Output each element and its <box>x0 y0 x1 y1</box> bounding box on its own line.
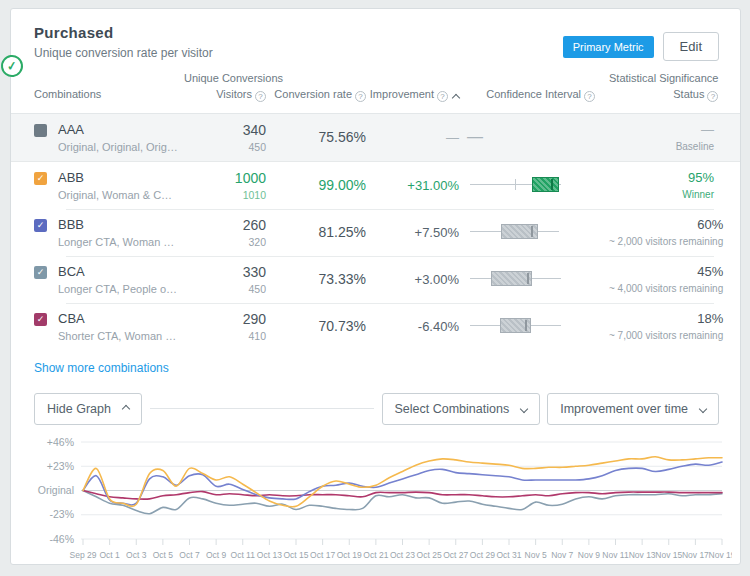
col-confidence-interval: Confidence Interval? <box>459 87 609 103</box>
svg-text:Oct 5: Oct 5 <box>153 550 174 560</box>
confidence-interval-cell: — <box>459 175 609 195</box>
svg-text:-46%: -46% <box>49 532 74 544</box>
help-icon[interactable]: ? <box>707 91 718 102</box>
conversions-value: 340 <box>184 122 266 138</box>
controls-divider <box>150 408 374 409</box>
hide-graph-button[interactable]: Hide Graph <box>34 393 142 425</box>
svg-text:Oct 3: Oct 3 <box>126 550 147 560</box>
improvement-value: -6.40% <box>366 319 459 334</box>
combination-name: BCA <box>58 264 178 279</box>
conversions-value: 1000 <box>184 170 266 186</box>
svg-text:Oct 13: Oct 13 <box>257 550 282 560</box>
svg-text:Nov 15: Nov 15 <box>655 550 682 560</box>
combination-name: AAA <box>58 122 178 137</box>
svg-text:Oct 21: Oct 21 <box>363 550 388 560</box>
col-conversions: Unique Conversions Visitors? <box>184 71 266 103</box>
col-conversion-rate: Conversion rate? <box>266 87 366 103</box>
significance-note: Baseline <box>609 141 714 152</box>
graph-controls: Hide Graph Select Combinations Improveme… <box>11 388 740 427</box>
combination-name: CBA <box>58 311 178 326</box>
conversions-value: 330 <box>184 264 266 280</box>
svg-text:Oct 15: Oct 15 <box>283 550 308 560</box>
svg-text:Nov 5: Nov 5 <box>525 550 547 560</box>
visitors-value: 320 <box>184 236 266 248</box>
confidence-interval-cell: — <box>459 269 609 289</box>
col-improvement[interactable]: Improvement? <box>366 87 459 103</box>
combination-name: ABB <box>58 170 178 185</box>
visitors-value: 450 <box>184 141 266 153</box>
select-combinations-dropdown[interactable]: Select Combinations <box>382 393 541 425</box>
svg-text:Sep 29: Sep 29 <box>70 550 97 560</box>
table-row: ✓ CBA Shorter CTA, Woman & Car, O... 290… <box>11 303 740 350</box>
table-row: ✓ ABB Original, Woman & Car, Really... 1… <box>11 162 740 209</box>
chevron-up-icon <box>122 405 130 413</box>
svg-text:+23%: +23% <box>47 460 74 472</box>
check-icon: ✓ <box>6 58 18 73</box>
significance-value: 60% <box>609 217 723 232</box>
conversions-value: 290 <box>184 311 266 327</box>
svg-text:Nov 9: Nov 9 <box>578 550 600 560</box>
help-icon[interactable]: ? <box>255 91 266 102</box>
help-icon[interactable]: ? <box>437 91 448 102</box>
combination-variants: Shorter CTA, Woman & Car, O... <box>58 330 178 342</box>
confidence-interval-plot <box>467 222 603 242</box>
significance-note: Winner <box>609 189 714 200</box>
conversion-rate-value: 70.73% <box>266 318 366 334</box>
combination-variants: Original, Woman & Car, Really... <box>58 189 178 201</box>
combination-variants: Longer CTA, Woman & Car, R... <box>58 236 178 248</box>
significance-value: 45% <box>609 264 723 279</box>
combinations-table: AAA Original, Original, Original 340450 … <box>11 114 740 350</box>
improvement-value: +31.00% <box>366 178 459 193</box>
table-row: ✓ BCA Longer CTA, People on beach... 330… <box>11 256 740 303</box>
help-icon[interactable]: ? <box>355 91 366 102</box>
svg-text:-23%: -23% <box>49 508 74 520</box>
significance-note: ~ 4,000 visitors remaining <box>609 283 723 294</box>
confidence-interval-cell: — <box>459 316 609 336</box>
svg-text:Oct 25: Oct 25 <box>417 550 442 560</box>
confidence-interval-cell: — <box>459 222 609 242</box>
page-subtitle: Unique conversion rate per visitor <box>34 46 213 60</box>
svg-text:Nov 7: Nov 7 <box>551 550 573 560</box>
significance-value: 95% <box>609 170 714 185</box>
table-row: ✓ BBB Longer CTA, Woman & Car, R... 2603… <box>11 209 740 256</box>
conversion-rate-value: 81.25% <box>266 224 366 240</box>
combination-name: BBB <box>58 217 178 232</box>
confidence-interval-plot <box>467 175 603 195</box>
combination-checkbox[interactable]: ✓ <box>34 266 47 279</box>
metric-card: ✓ Purchased Unique conversion rate per v… <box>10 8 741 565</box>
svg-text:Oct 23: Oct 23 <box>390 550 415 560</box>
significance-value: — <box>609 122 714 137</box>
combination-checkbox[interactable]: ✓ <box>34 172 47 185</box>
svg-text:Oct 9: Oct 9 <box>206 550 227 560</box>
conversion-rate-value: 99.00% <box>266 177 366 193</box>
page-title: Purchased <box>34 24 213 41</box>
svg-text:+46%: +46% <box>47 435 74 447</box>
table-header-row: Combinations Unique Conversions Visitors… <box>11 69 740 114</box>
combination-checkbox[interactable]: ✓ <box>34 313 47 326</box>
col-significance-status: Statistical Significance Status? <box>609 71 718 103</box>
svg-text:Nov 13: Nov 13 <box>629 550 656 560</box>
show-more-combinations-link[interactable]: Show more combinations <box>11 350 740 388</box>
confidence-interval-plot <box>467 269 603 289</box>
metric-dropdown[interactable]: Improvement over time <box>547 393 719 425</box>
combination-variants: Longer CTA, People on beach... <box>58 283 178 295</box>
edit-button[interactable]: Edit <box>663 32 719 61</box>
combination-checkbox[interactable]: ✓ <box>34 219 47 232</box>
card-header: Purchased Unique conversion rate per vis… <box>11 9 740 69</box>
svg-text:Oct 11: Oct 11 <box>231 550 256 560</box>
svg-text:Nov 11: Nov 11 <box>602 550 629 560</box>
chevron-down-icon <box>520 405 528 413</box>
ci-empty-dash: — <box>467 128 483 145</box>
confidence-interval-cell: — <box>459 128 609 146</box>
svg-text:Oct 1: Oct 1 <box>99 550 120 560</box>
confidence-interval-plot <box>467 316 603 336</box>
help-icon[interactable]: ? <box>584 91 595 102</box>
svg-text:Oct 19: Oct 19 <box>337 550 362 560</box>
table-row: AAA Original, Original, Original 340450 … <box>11 114 740 162</box>
combination-variants: Original, Original, Original <box>58 141 178 153</box>
visitors-value: 410 <box>184 330 266 342</box>
col-combinations: Combinations <box>34 87 184 103</box>
significance-note: ~ 2,000 visitors remaining <box>609 236 723 247</box>
visitors-value: 450 <box>184 283 266 295</box>
combination-checkbox[interactable] <box>34 124 47 137</box>
